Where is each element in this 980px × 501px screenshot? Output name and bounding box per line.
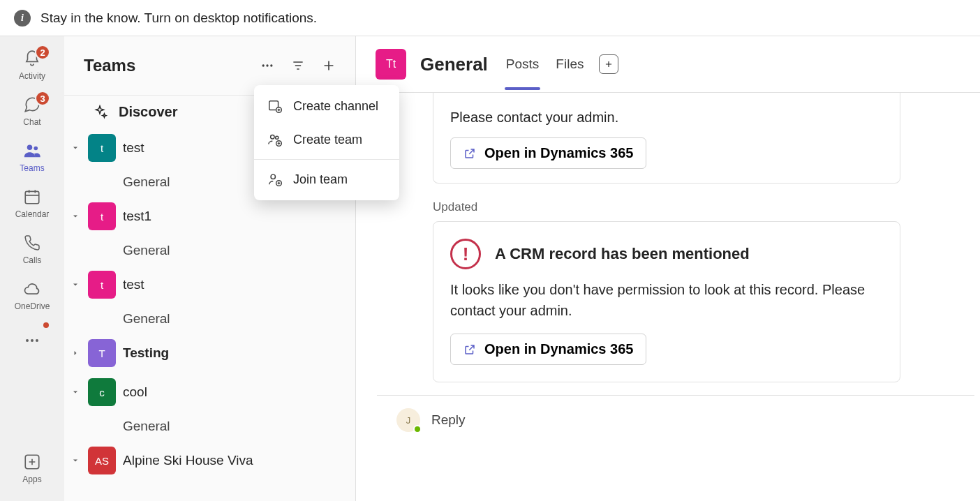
menu-join-team[interactable]: Join team xyxy=(254,163,399,196)
card-title: A CRM record has been mentioned xyxy=(495,245,750,263)
team-row[interactable]: TTesting xyxy=(64,334,355,373)
channel-header: Tt General Posts Files xyxy=(356,36,980,93)
message-card: ! A CRM record has been mentioned It loo… xyxy=(433,221,900,382)
presence-available-icon xyxy=(413,425,422,433)
content-pane: Tt General Posts Files Please contact yo… xyxy=(356,36,980,501)
team-row[interactable]: ttest1 xyxy=(64,197,355,236)
notification-banner[interactable]: i Stay in the know. Turn on desktop noti… xyxy=(0,0,980,36)
rail-calls[interactable]: Calls xyxy=(7,227,57,274)
team-name: Testing xyxy=(123,345,169,361)
teams-title: Teams xyxy=(84,56,249,75)
svg-point-7 xyxy=(262,64,265,66)
banner-text: Stay in the know. Turn on desktop notifi… xyxy=(40,10,317,26)
team-avatar: t xyxy=(88,202,116,230)
plus-icon xyxy=(321,58,336,73)
team-name: test1 xyxy=(123,209,151,224)
svg-point-9 xyxy=(270,64,272,66)
join-team-icon xyxy=(267,171,283,188)
svg-point-15 xyxy=(271,174,275,179)
chevron-down-icon[interactable] xyxy=(70,211,81,222)
menu-divider xyxy=(254,159,399,160)
info-icon: i xyxy=(14,10,31,27)
ellipsis-icon xyxy=(22,331,42,350)
svg-point-12 xyxy=(271,135,275,140)
message-card-partial: Please contact your admin. Open in Dynam… xyxy=(433,93,900,184)
chevron-down-icon[interactable] xyxy=(70,142,81,154)
team-avatar: t xyxy=(88,271,116,299)
svg-point-4 xyxy=(31,339,34,342)
teams-add-menu: Create channel Create team Join team xyxy=(254,85,399,200)
filter-icon xyxy=(291,59,305,73)
svg-point-3 xyxy=(26,339,29,342)
reply-label: Reply xyxy=(431,412,466,428)
teams-add-button[interactable] xyxy=(316,53,341,78)
plus-icon xyxy=(604,59,614,69)
team-name: test xyxy=(123,140,144,156)
svg-point-1 xyxy=(34,147,38,151)
more-indicator xyxy=(43,322,49,328)
chat-badge: 3 xyxy=(35,91,50,106)
rail-activity[interactable]: 2 Activity xyxy=(7,43,57,89)
add-tab-button[interactable] xyxy=(599,54,618,74)
team-avatar: t xyxy=(88,134,116,162)
teams-filter-button[interactable] xyxy=(285,53,311,78)
rail-chat[interactable]: 3 Chat xyxy=(7,89,57,135)
team-name: Alpine Ski House Viva xyxy=(123,453,253,468)
phone-icon xyxy=(22,233,42,253)
chevron-down-icon[interactable] xyxy=(70,455,81,466)
chevron-right-icon[interactable] xyxy=(70,347,81,359)
activity-badge: 2 xyxy=(35,45,50,60)
channel-row[interactable]: General xyxy=(64,412,355,441)
rail-apps[interactable]: Apps xyxy=(7,447,57,493)
team-row[interactable]: ccool xyxy=(64,373,355,412)
team-row[interactable]: ttest xyxy=(64,265,355,304)
apps-icon xyxy=(22,452,42,472)
team-name: test xyxy=(123,277,144,292)
menu-create-team[interactable]: Create team xyxy=(254,123,399,156)
channel-row[interactable]: General xyxy=(64,304,355,334)
ellipsis-icon xyxy=(260,59,274,73)
reply-button[interactable]: J Reply xyxy=(377,395,974,444)
teams-pane: Teams Discover ttestGeneralttest1General… xyxy=(64,36,356,501)
svg-point-13 xyxy=(276,136,279,139)
team-name: cool xyxy=(123,384,147,400)
chevron-down-icon[interactable] xyxy=(70,279,81,290)
user-avatar: J xyxy=(396,408,420,432)
cloud-icon xyxy=(22,279,42,299)
svg-rect-2 xyxy=(25,191,39,203)
tab-posts[interactable]: Posts xyxy=(505,52,541,76)
chat-icon: 3 xyxy=(22,95,42,114)
calendar-icon xyxy=(22,187,42,207)
channel-row[interactable]: General xyxy=(64,236,355,265)
open-dynamics-button[interactable]: Open in Dynamics 365 xyxy=(450,334,646,365)
team-row[interactable]: ASAlpine Ski House Viva xyxy=(64,441,355,480)
open-dynamics-button[interactable]: Open in Dynamics 365 xyxy=(450,137,646,169)
tab-files[interactable]: Files xyxy=(554,52,585,76)
channel-title: General xyxy=(420,54,488,75)
create-team-icon xyxy=(267,131,283,148)
svg-point-8 xyxy=(266,64,268,66)
rail-teams[interactable]: Teams xyxy=(7,135,57,181)
external-link-icon xyxy=(463,343,476,356)
create-channel-icon xyxy=(267,98,283,114)
warning-icon: ! xyxy=(450,239,481,269)
team-avatar: AS xyxy=(88,447,116,474)
chevron-down-icon[interactable] xyxy=(70,387,81,398)
svg-point-5 xyxy=(36,339,38,342)
channel-avatar: Tt xyxy=(376,49,406,80)
rail-calendar[interactable]: Calendar xyxy=(7,181,57,227)
app-rail: 2 Activity 3 Chat Teams Calendar xyxy=(0,36,64,501)
team-avatar: T xyxy=(88,339,116,367)
team-avatar: c xyxy=(88,378,116,406)
updated-label: Updated xyxy=(433,200,980,214)
menu-create-channel[interactable]: Create channel xyxy=(254,89,399,123)
people-icon xyxy=(22,141,42,160)
external-link-icon xyxy=(463,147,476,160)
message-feed[interactable]: Please contact your admin. Open in Dynam… xyxy=(356,93,980,501)
svg-point-0 xyxy=(27,145,32,150)
card-body: It looks like you don't have permission … xyxy=(450,279,883,321)
sparkle-icon xyxy=(92,105,107,120)
teams-more-button[interactable] xyxy=(255,53,280,78)
rail-more[interactable] xyxy=(7,320,57,359)
rail-onedrive[interactable]: OneDrive xyxy=(7,274,57,320)
